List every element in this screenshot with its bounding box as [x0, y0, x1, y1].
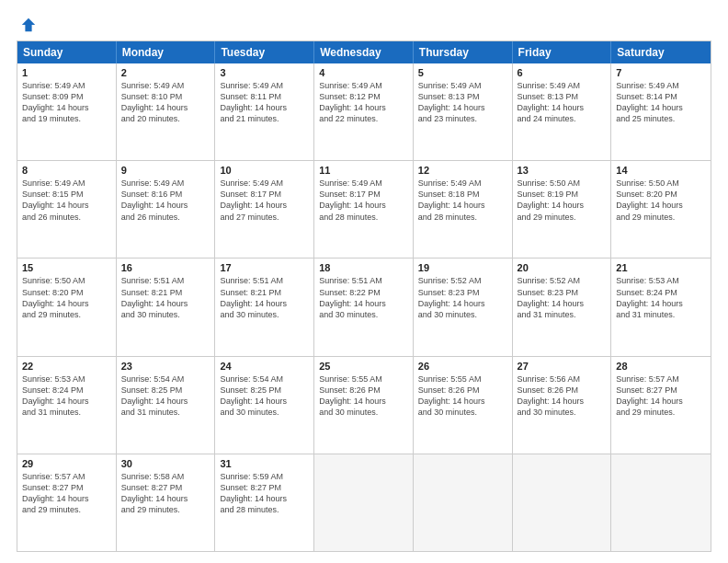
- empty-cell: [414, 454, 513, 551]
- calendar-header: SundayMondayTuesdayWednesdayThursdayFrid…: [17, 41, 711, 63]
- day-number: 25: [319, 361, 408, 372]
- day-number: 1: [22, 67, 111, 78]
- day-info: Sunrise: 5:52 AM Sunset: 8:23 PM Dayligh…: [418, 275, 507, 320]
- header-day-wednesday: Wednesday: [314, 41, 414, 63]
- calendar-body: 1Sunrise: 5:49 AM Sunset: 8:09 PM Daylig…: [17, 63, 711, 551]
- day-info: Sunrise: 5:49 AM Sunset: 8:17 PM Dayligh…: [220, 178, 309, 223]
- day-info: Sunrise: 5:49 AM Sunset: 8:18 PM Dayligh…: [418, 178, 507, 223]
- day-number: 6: [518, 67, 607, 78]
- header-day-thursday: Thursday: [414, 41, 513, 63]
- day-info: Sunrise: 5:51 AM Sunset: 8:21 PM Dayligh…: [121, 275, 210, 320]
- day-cell-20: 20Sunrise: 5:52 AM Sunset: 8:23 PM Dayli…: [513, 259, 612, 355]
- day-number: 27: [518, 361, 607, 372]
- day-cell-9: 9Sunrise: 5:49 AM Sunset: 8:16 PM Daylig…: [117, 161, 216, 258]
- day-info: Sunrise: 5:49 AM Sunset: 8:15 PM Dayligh…: [22, 178, 111, 223]
- calendar: SundayMondayTuesdayWednesdayThursdayFrid…: [17, 40, 711, 552]
- day-cell-3: 3Sunrise: 5:49 AM Sunset: 8:11 PM Daylig…: [215, 63, 314, 160]
- calendar-row-2: 8Sunrise: 5:49 AM Sunset: 8:15 PM Daylig…: [17, 160, 711, 258]
- day-number: 18: [319, 262, 408, 273]
- day-info: Sunrise: 5:59 AM Sunset: 8:27 PM Dayligh…: [220, 471, 309, 516]
- day-number: 7: [616, 67, 706, 78]
- day-info: Sunrise: 5:50 AM Sunset: 8:20 PM Dayligh…: [22, 275, 111, 320]
- day-cell-16: 16Sunrise: 5:51 AM Sunset: 8:21 PM Dayli…: [117, 259, 216, 355]
- day-cell-10: 10Sunrise: 5:49 AM Sunset: 8:17 PM Dayli…: [215, 161, 314, 258]
- day-info: Sunrise: 5:49 AM Sunset: 8:10 PM Dayligh…: [121, 80, 210, 125]
- day-number: 23: [121, 361, 210, 372]
- day-number: 19: [418, 262, 507, 273]
- day-cell-11: 11Sunrise: 5:49 AM Sunset: 8:17 PM Dayli…: [314, 161, 414, 258]
- day-number: 3: [220, 67, 309, 78]
- day-number: 11: [319, 165, 408, 176]
- header-day-friday: Friday: [513, 41, 612, 63]
- day-number: 5: [418, 67, 507, 78]
- day-info: Sunrise: 5:49 AM Sunset: 8:13 PM Dayligh…: [418, 80, 507, 125]
- day-number: 16: [121, 262, 210, 273]
- day-number: 29: [22, 458, 111, 469]
- day-cell-12: 12Sunrise: 5:49 AM Sunset: 8:18 PM Dayli…: [414, 161, 513, 258]
- day-cell-31: 31Sunrise: 5:59 AM Sunset: 8:27 PM Dayli…: [215, 454, 314, 551]
- day-info: Sunrise: 5:50 AM Sunset: 8:19 PM Dayligh…: [518, 178, 607, 223]
- day-cell-14: 14Sunrise: 5:50 AM Sunset: 8:20 PM Dayli…: [611, 161, 711, 258]
- day-number: 28: [616, 361, 706, 372]
- calendar-row-4: 22Sunrise: 5:53 AM Sunset: 8:24 PM Dayli…: [17, 356, 711, 454]
- day-cell-25: 25Sunrise: 5:55 AM Sunset: 8:26 PM Dayli…: [314, 357, 414, 454]
- day-cell-24: 24Sunrise: 5:54 AM Sunset: 8:25 PM Dayli…: [215, 357, 314, 454]
- day-number: 8: [22, 165, 111, 176]
- day-info: Sunrise: 5:58 AM Sunset: 8:27 PM Dayligh…: [121, 471, 210, 516]
- day-number: 21: [616, 262, 706, 273]
- day-number: 30: [121, 458, 210, 469]
- day-number: 12: [418, 165, 507, 176]
- day-info: Sunrise: 5:57 AM Sunset: 8:27 PM Dayligh…: [616, 373, 706, 419]
- header-day-saturday: Saturday: [611, 41, 711, 63]
- day-cell-4: 4Sunrise: 5:49 AM Sunset: 8:12 PM Daylig…: [314, 63, 414, 160]
- day-cell-22: 22Sunrise: 5:53 AM Sunset: 8:24 PM Dayli…: [17, 357, 117, 454]
- day-cell-27: 27Sunrise: 5:56 AM Sunset: 8:26 PM Dayli…: [513, 357, 612, 454]
- day-info: Sunrise: 5:51 AM Sunset: 8:22 PM Dayligh…: [319, 275, 408, 320]
- day-info: Sunrise: 5:49 AM Sunset: 8:11 PM Dayligh…: [220, 80, 309, 125]
- empty-cell: [314, 454, 414, 551]
- day-info: Sunrise: 5:54 AM Sunset: 8:25 PM Dayligh…: [220, 373, 309, 419]
- day-cell-29: 29Sunrise: 5:57 AM Sunset: 8:27 PM Dayli…: [17, 454, 117, 551]
- day-cell-5: 5Sunrise: 5:49 AM Sunset: 8:13 PM Daylig…: [414, 63, 513, 160]
- day-cell-8: 8Sunrise: 5:49 AM Sunset: 8:15 PM Daylig…: [17, 161, 117, 258]
- day-info: Sunrise: 5:54 AM Sunset: 8:25 PM Dayligh…: [121, 373, 210, 419]
- empty-cell: [513, 454, 612, 551]
- day-cell-21: 21Sunrise: 5:53 AM Sunset: 8:24 PM Dayli…: [611, 259, 711, 355]
- day-number: 4: [319, 67, 408, 78]
- day-cell-26: 26Sunrise: 5:55 AM Sunset: 8:26 PM Dayli…: [414, 357, 513, 454]
- header-day-tuesday: Tuesday: [215, 41, 314, 63]
- day-number: 31: [220, 458, 309, 469]
- day-info: Sunrise: 5:49 AM Sunset: 8:14 PM Dayligh…: [616, 80, 706, 125]
- logo-icon: [20, 17, 37, 33]
- day-info: Sunrise: 5:53 AM Sunset: 8:24 PM Dayligh…: [22, 373, 111, 419]
- calendar-row-5: 29Sunrise: 5:57 AM Sunset: 8:27 PM Dayli…: [17, 454, 711, 551]
- page: SundayMondayTuesdayWednesdayThursdayFrid…: [0, 0, 728, 563]
- header-day-sunday: Sunday: [17, 41, 117, 63]
- day-info: Sunrise: 5:51 AM Sunset: 8:21 PM Dayligh…: [220, 275, 309, 320]
- header: [17, 17, 711, 33]
- day-cell-19: 19Sunrise: 5:52 AM Sunset: 8:23 PM Dayli…: [414, 259, 513, 355]
- empty-cell: [611, 454, 711, 551]
- day-number: 24: [220, 361, 309, 372]
- day-number: 13: [518, 165, 607, 176]
- day-info: Sunrise: 5:49 AM Sunset: 8:16 PM Dayligh…: [121, 178, 210, 223]
- day-cell-1: 1Sunrise: 5:49 AM Sunset: 8:09 PM Daylig…: [17, 63, 117, 160]
- day-info: Sunrise: 5:56 AM Sunset: 8:26 PM Dayligh…: [518, 373, 607, 419]
- day-number: 17: [220, 262, 309, 273]
- day-cell-17: 17Sunrise: 5:51 AM Sunset: 8:21 PM Dayli…: [215, 259, 314, 355]
- svg-marker-0: [22, 18, 35, 31]
- day-cell-6: 6Sunrise: 5:49 AM Sunset: 8:13 PM Daylig…: [513, 63, 612, 160]
- day-info: Sunrise: 5:49 AM Sunset: 8:09 PM Dayligh…: [22, 80, 111, 125]
- day-info: Sunrise: 5:53 AM Sunset: 8:24 PM Dayligh…: [616, 275, 706, 320]
- day-cell-30: 30Sunrise: 5:58 AM Sunset: 8:27 PM Dayli…: [117, 454, 216, 551]
- day-info: Sunrise: 5:55 AM Sunset: 8:26 PM Dayligh…: [319, 373, 408, 419]
- logo: [17, 17, 37, 33]
- day-cell-15: 15Sunrise: 5:50 AM Sunset: 8:20 PM Dayli…: [17, 259, 117, 355]
- day-info: Sunrise: 5:49 AM Sunset: 8:13 PM Dayligh…: [518, 80, 607, 125]
- day-cell-28: 28Sunrise: 5:57 AM Sunset: 8:27 PM Dayli…: [611, 357, 711, 454]
- day-number: 14: [616, 165, 706, 176]
- day-number: 2: [121, 67, 210, 78]
- header-day-monday: Monday: [117, 41, 216, 63]
- day-cell-18: 18Sunrise: 5:51 AM Sunset: 8:22 PM Dayli…: [314, 259, 414, 355]
- day-number: 22: [22, 361, 111, 372]
